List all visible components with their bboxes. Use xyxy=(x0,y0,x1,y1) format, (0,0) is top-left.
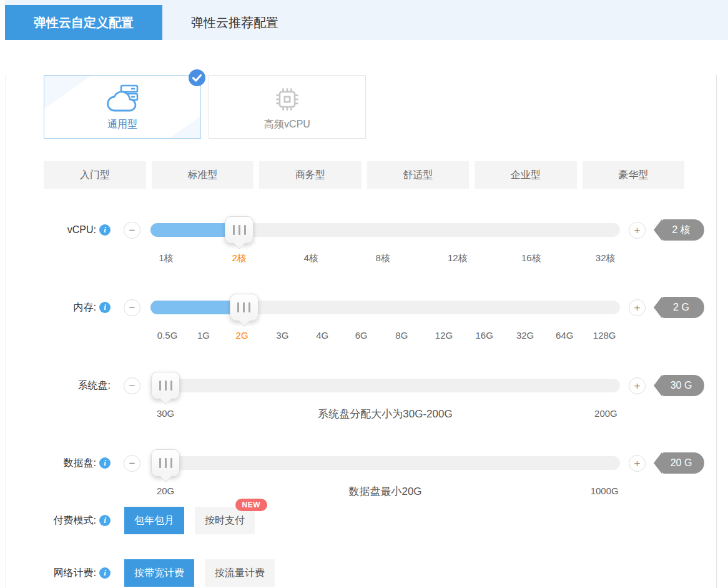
tab-bar: 弹性云自定义配置 弹性云推荐配置 xyxy=(5,0,728,40)
grip-icon xyxy=(159,381,161,391)
system-disk-label-group: 系统盘: xyxy=(44,379,111,392)
data-disk-slider xyxy=(150,456,620,470)
data-disk-slider-track[interactable] xyxy=(150,456,620,470)
memory-ticks: 0.5G 1G 2G 3G 4G 6G 8G 12G 16G 32G 64G 1… xyxy=(150,330,620,345)
data-disk-note: 数据盘最小20G xyxy=(348,484,421,499)
vcpu-info-icon[interactable]: i xyxy=(99,224,111,236)
cpu-chip-icon xyxy=(271,83,303,116)
vcpu-tick: 1核 xyxy=(159,252,173,264)
tier-deluxe[interactable]: 豪华型 xyxy=(583,161,685,189)
data-disk-label-group: 数据盘: i xyxy=(44,457,111,470)
data-disk-label: 数据盘: xyxy=(64,457,96,470)
tier-business[interactable]: 商务型 xyxy=(259,161,362,189)
card-general-type[interactable]: 通用型 xyxy=(44,75,201,139)
memory-info-icon[interactable]: i xyxy=(99,302,111,313)
memory-tick: 32G xyxy=(516,330,534,341)
memory-label-group: 内存: i xyxy=(44,301,111,314)
card-high-freq-vcpu[interactable]: 高频vCPU xyxy=(209,75,366,139)
system-disk-value-badge: 30 G xyxy=(662,375,704,396)
billing-by-traffic-button[interactable]: 按流量计费 xyxy=(205,559,275,587)
memory-tick: 4G xyxy=(316,330,328,341)
vcpu-slider-handle[interactable] xyxy=(225,216,253,244)
vcpu-tick: 8核 xyxy=(376,252,390,264)
grip-icon xyxy=(248,302,250,312)
memory-slider-track[interactable] xyxy=(150,301,620,314)
grip-icon xyxy=(243,302,245,312)
tier-enterprise[interactable]: 企业型 xyxy=(475,161,577,189)
memory-tick: 128G xyxy=(593,330,616,341)
data-disk-labels: 20G 数据盘最小20G 1000G xyxy=(150,486,620,501)
data-disk-info-icon[interactable]: i xyxy=(99,457,111,469)
vcpu-tick: 12核 xyxy=(448,252,468,264)
grip-icon xyxy=(170,381,172,391)
tier-entry[interactable]: 入门型 xyxy=(44,161,146,189)
data-disk-slider-handle[interactable] xyxy=(151,449,180,477)
grip-icon xyxy=(244,225,246,235)
vcpu-tick: 4核 xyxy=(304,252,318,264)
payment-mode-info-icon[interactable]: i xyxy=(99,515,111,526)
memory-tick: 8G xyxy=(395,330,408,341)
data-disk-value-badge: 20 G xyxy=(662,452,704,474)
vcpu-ticks: 1核 2核 4核 8核 12核 16核 32核 xyxy=(150,252,620,267)
tab-custom-config[interactable]: 弹性云自定义配置 xyxy=(5,5,162,40)
payment-hourly-label: 按时支付 xyxy=(205,514,245,527)
memory-tick: 6G xyxy=(355,330,368,341)
vcpu-label: vCPU: xyxy=(67,224,96,236)
network-billing-info-icon[interactable]: i xyxy=(99,567,111,579)
memory-tick: 12G xyxy=(435,330,453,341)
grip-icon xyxy=(165,381,167,391)
system-disk-slider-track[interactable] xyxy=(150,379,620,392)
data-disk-minus-button[interactable]: − xyxy=(124,455,140,472)
memory-tick: 3G xyxy=(276,330,288,341)
system-disk-slider-row: 系统盘: − + 30 G 30G 系统盘分配大小为30G-200G 200G xyxy=(44,372,716,423)
tab-recommended-config[interactable]: 弹性云推荐配置 xyxy=(162,5,307,40)
grip-icon xyxy=(170,458,172,468)
system-disk-plus-button[interactable]: + xyxy=(629,377,646,394)
memory-tick: 0.5G xyxy=(157,330,178,341)
billing-by-bandwidth-button[interactable]: 按带宽计费 xyxy=(124,559,194,587)
system-disk-slider xyxy=(150,379,620,392)
network-billing-label: 网络计费: xyxy=(54,567,96,580)
config-panel: 通用型 高频vCPU 入门型 标准型 商务型 xyxy=(5,75,717,588)
data-disk-plus-button[interactable]: + xyxy=(629,455,646,472)
memory-label: 内存: xyxy=(74,301,96,314)
vcpu-slider-track[interactable] xyxy=(150,223,620,237)
system-disk-minus-button[interactable]: − xyxy=(124,377,140,394)
new-badge: NEW xyxy=(235,499,268,511)
vcpu-plus-button[interactable]: + xyxy=(629,222,646,239)
system-disk-note: 系统盘分配大小为30G-200G xyxy=(318,407,452,421)
vcpu-minus-button[interactable]: − xyxy=(124,222,140,239)
vcpu-label-group: vCPU: i xyxy=(44,224,111,236)
payment-yearly-monthly-button[interactable]: 包年包月 xyxy=(124,507,184,534)
network-billing-row: 网络计费: i 按带宽计费 按流量计费 xyxy=(44,559,716,587)
system-disk-label: 系统盘: xyxy=(78,379,111,392)
card-general-label: 通用型 xyxy=(107,118,137,131)
cloud-server-icon xyxy=(102,83,142,116)
selected-check-icon xyxy=(189,69,205,86)
system-disk-min-label: 30G xyxy=(157,408,174,419)
grip-icon xyxy=(239,225,240,235)
vcpu-value-badge: 2 核 xyxy=(662,219,704,241)
memory-tick-active: 2G xyxy=(236,330,248,341)
memory-minus-button[interactable]: − xyxy=(124,299,140,316)
network-billing-label-group: 网络计费: i xyxy=(44,567,111,580)
grip-icon xyxy=(237,302,239,312)
memory-plus-button[interactable]: + xyxy=(629,299,646,316)
memory-tick: 1G xyxy=(197,330,210,341)
vcpu-slider-row: vCPU: i − + 2 核 1核 2核 4核 8核 12核 xyxy=(44,216,716,267)
vcpu-slider xyxy=(150,223,620,237)
system-disk-max-label: 200G xyxy=(594,408,617,419)
payment-mode-label-group: 付费模式: i xyxy=(44,514,111,527)
tier-comfort[interactable]: 舒适型 xyxy=(367,161,470,189)
data-disk-min-label: 20G xyxy=(157,486,174,496)
vcpu-tick: 32核 xyxy=(596,252,616,264)
system-disk-labels: 30G 系统盘分配大小为30G-200G 200G xyxy=(150,408,620,423)
grip-icon xyxy=(159,458,161,468)
grip-icon xyxy=(165,458,167,468)
data-disk-slider-row: 数据盘: i − + 20 G 20G 数据盘最小20G 1000G xyxy=(44,449,716,501)
payment-hourly-button[interactable]: 按时支付 NEW xyxy=(195,507,255,534)
memory-slider-handle[interactable] xyxy=(230,294,258,321)
grip-icon xyxy=(233,225,235,235)
tier-standard[interactable]: 标准型 xyxy=(152,161,254,189)
system-disk-slider-handle[interactable] xyxy=(151,372,180,399)
